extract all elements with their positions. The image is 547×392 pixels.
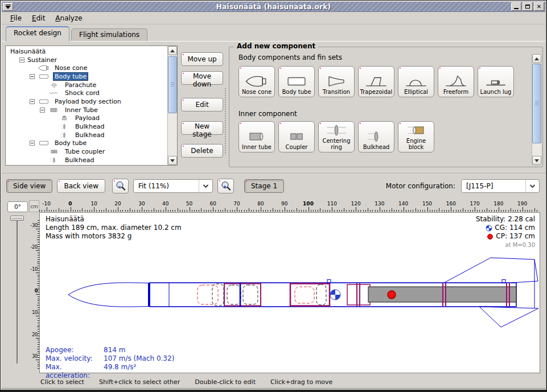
add-body-tube-button[interactable]: Body tube — [278, 66, 315, 97]
expander-minus-icon[interactable] — [30, 74, 35, 79]
group-scrollbar-thumb[interactable] — [532, 64, 541, 143]
back-view-button[interactable]: Back view — [57, 179, 105, 193]
tree-scrollbar-thumb[interactable] — [168, 56, 177, 113]
ruler-tick — [377, 210, 378, 212]
tree-item-parachute[interactable]: Parachute — [7, 81, 167, 89]
tree-item-inner-tube[interactable]: Inner Tube — [7, 106, 167, 114]
expander-minus-icon[interactable] — [30, 99, 35, 104]
tree-item-payload[interactable]: Payload — [7, 114, 167, 123]
close-button[interactable]: ✕ — [534, 2, 544, 11]
ruler-tick — [318, 210, 318, 212]
window-menu-icon[interactable] — [3, 3, 13, 11]
add-freeform-button[interactable]: Freeform — [438, 66, 474, 97]
tree-item-bulkhead[interactable]: Bulkhead — [7, 156, 167, 164]
group-scrollbar — [532, 54, 541, 165]
component-button-label: Inner tube — [242, 145, 272, 151]
zoom-out-button[interactable] — [112, 179, 129, 193]
move-up-button[interactable]: Move up — [181, 52, 223, 66]
add-coupler-button[interactable]: Coupler — [278, 121, 315, 152]
add-trapezoidal-button[interactable]: Trapezoidal — [358, 66, 394, 97]
expander-minus-icon[interactable] — [19, 57, 24, 63]
maximize-button[interactable] — [523, 2, 533, 11]
ruler-tick — [215, 210, 216, 212]
rocket-canvas[interactable]: Haisunäätä Length 189 cm, max. diameter … — [39, 212, 540, 373]
bulkhead-icon — [57, 123, 72, 130]
ruler-tick — [444, 210, 445, 212]
tree-item-bulkhead[interactable]: Bulkhead — [7, 122, 167, 131]
tab-flight-simulations[interactable]: Flight simulations — [71, 28, 147, 42]
menu-item-analyze[interactable]: Analyze — [50, 13, 87, 23]
add-bulkhead-button[interactable]: Bulkhead — [358, 121, 394, 152]
tree-item-tube-coupler[interactable]: Tube coupler — [7, 147, 167, 156]
add-engine-block-button[interactable]: Engine block — [398, 121, 434, 152]
expander-minus-icon[interactable] — [30, 141, 35, 146]
ruler-label: 190 — [517, 201, 527, 207]
ruler-tick — [330, 210, 330, 212]
ruler-tick — [396, 210, 397, 212]
zoom-select[interactable]: Fit (11%) — [133, 179, 213, 193]
tree-item-haisun-t[interactable]: Haisunäätä — [7, 47, 167, 56]
add-elliptical-button[interactable]: Elliptical — [398, 66, 434, 97]
menu-item-file[interactable]: File — [5, 13, 27, 23]
move-down-button[interactable]: Move down — [181, 71, 223, 85]
add-centering-ring-button[interactable]: Centering ring — [318, 121, 355, 152]
rotation-slider-track — [17, 218, 18, 364]
ruler-tick — [187, 210, 187, 212]
menu-item-edit[interactable]: Edit — [27, 13, 50, 23]
ruler-tick — [294, 210, 294, 212]
tree-item-bulkhead[interactable]: Bulkhead — [7, 131, 167, 139]
tree-item-payload-body-section[interactable]: Payload body section — [7, 97, 167, 106]
component-tree: HaisunäätäSustainerNose coneBody tubePar… — [7, 47, 167, 164]
tree-item-sustainer[interactable]: Sustainer — [7, 56, 167, 64]
splitter-handle[interactable] — [224, 88, 227, 155]
ruler-tick — [484, 210, 485, 212]
expander-minus-icon[interactable] — [40, 108, 45, 113]
scroll-up-icon[interactable] — [532, 54, 541, 63]
ruler-tick — [505, 210, 506, 212]
component-button-label: Nose cone — [242, 89, 272, 96]
rotation-slider-handle[interactable] — [10, 216, 24, 221]
ruler-tick — [327, 210, 328, 212]
tab-rocket-design[interactable]: Rocket design — [6, 26, 69, 42]
ruler-tick — [142, 207, 142, 212]
motor-configuration-select[interactable]: [J115-P] — [461, 179, 540, 193]
edit-button[interactable]: Edit — [181, 98, 223, 112]
ruler-tick — [425, 210, 425, 212]
ruler-tick — [279, 210, 280, 212]
ruler-tick — [363, 210, 364, 212]
add-launch-lug-button[interactable]: Launch lug — [478, 66, 514, 97]
stage-1-button[interactable]: Stage 1 — [244, 179, 284, 193]
ruler-tick — [125, 210, 126, 212]
add-transition-button[interactable]: Transition — [318, 66, 355, 97]
tree-item-body-tube[interactable]: Body tube — [7, 139, 167, 148]
ruler-label: 120 — [351, 201, 361, 207]
ruler-tick — [190, 207, 190, 212]
scroll-down-icon[interactable] — [168, 156, 177, 165]
delete-button[interactable]: Delete — [181, 144, 223, 158]
tree-item-label: Haisunäätä — [9, 48, 47, 55]
ruler-tick — [61, 210, 61, 212]
tree-item-body-tube[interactable]: Body tube — [7, 72, 167, 81]
ruler-tick — [437, 210, 437, 212]
ruler-tick — [87, 210, 88, 212]
panel-divider — [2, 173, 545, 174]
tree-item-shock-cord[interactable]: Shock cord — [7, 89, 167, 97]
ruler-tick — [132, 210, 133, 212]
minimize-button[interactable] — [511, 2, 521, 11]
side-view-button[interactable]: Side view — [6, 179, 52, 193]
zoom-in-button[interactable] — [217, 179, 234, 193]
ruler-tick — [491, 210, 492, 212]
group-title: Add new component — [234, 42, 318, 50]
scroll-down-icon[interactable] — [532, 156, 541, 165]
tree-item-nose-cone[interactable]: Nose cone — [7, 64, 167, 72]
tree-item-label: Body tube — [54, 139, 88, 147]
scroll-up-icon[interactable] — [168, 46, 177, 55]
hint-text: Click to select — [40, 378, 84, 386]
new-stage-button[interactable]: New stage — [181, 121, 223, 135]
add-nose-cone-button[interactable]: Nose cone — [238, 66, 275, 97]
innertube-icon — [244, 129, 270, 144]
ruler-tick — [68, 210, 68, 212]
add-inner-tube-button[interactable]: Inner tube — [238, 121, 275, 152]
ruler-tick — [503, 210, 504, 212]
ruler-tick — [194, 210, 195, 212]
